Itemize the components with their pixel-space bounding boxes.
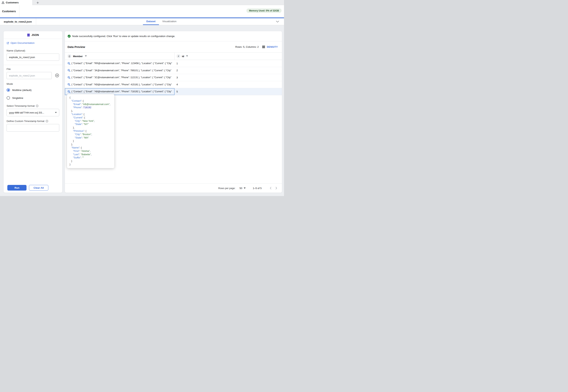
view-tabs: Dataset Visualization bbox=[143, 18, 180, 25]
status-message: Node successfully configured. Click 'Run… bbox=[72, 35, 175, 38]
json-line: "City": "Boston", bbox=[70, 133, 112, 136]
node-config-body: Open Documentation Name (Optional) File … bbox=[4, 39, 62, 193]
file-input[interactable] bbox=[7, 72, 52, 79]
rows-per-page-select[interactable]: 50 bbox=[240, 187, 246, 190]
number-type-icon: # bbox=[176, 54, 181, 58]
previous-page-button[interactable] bbox=[269, 186, 272, 190]
json-line: }, bbox=[70, 126, 112, 129]
json-line: } bbox=[70, 163, 112, 166]
zoom-in-icon[interactable] bbox=[68, 83, 70, 86]
tab-visualization[interactable]: Visualization bbox=[159, 18, 180, 25]
timestamp-field-label: Select Timestamp format bbox=[7, 104, 35, 107]
json-line: } bbox=[70, 139, 112, 143]
table-row[interactable]: { "Contact": { "Email": "RR@notarealemai… bbox=[65, 60, 282, 67]
results-panel: Node successfully configured. Click 'Run… bbox=[65, 31, 282, 193]
tab-dataset[interactable]: Dataset bbox=[143, 18, 159, 25]
custom-timestamp-field-label: Define Custom Timestamp format bbox=[7, 120, 44, 123]
preview-toolbar: Rows: 5, Columns: 2 DENSITY bbox=[235, 45, 278, 48]
member-json-preview: { "Contact": { "Email": "AB@notarealemai… bbox=[72, 90, 172, 93]
name-field-label: Name (Optional) bbox=[7, 49, 59, 52]
json-line: "Email": "AB@notarealemail.com", bbox=[70, 103, 112, 106]
rows-columns-summary: Rows: 5, Columns: 2 bbox=[235, 45, 259, 48]
workflow-icon bbox=[2, 1, 4, 4]
file-field-label: File bbox=[7, 68, 59, 70]
plus-icon bbox=[36, 1, 39, 4]
success-check-icon bbox=[68, 35, 71, 38]
node-type-header: JSON bbox=[4, 31, 62, 39]
status-row: Node successfully configured. Click 'Run… bbox=[65, 31, 282, 41]
radio-multiline-label: Multiline (default) bbox=[12, 89, 32, 92]
node-type-label: JSON bbox=[31, 33, 39, 36]
filter-icon[interactable] bbox=[85, 55, 87, 57]
radio-singleline[interactable]: Singleline bbox=[7, 96, 59, 100]
zoom-in-icon[interactable] bbox=[68, 62, 70, 65]
json-line: "Suffix": "" bbox=[70, 156, 112, 159]
radio-multiline[interactable]: Multiline (default) bbox=[7, 88, 59, 92]
node-file-name: explode_to_rows2.json bbox=[0, 18, 36, 25]
member-cell[interactable]: { "Contact": { "Email": "KB@notarealemai… bbox=[65, 81, 175, 88]
json-line: "Previous": { bbox=[70, 129, 112, 133]
open-documentation-label: Open Documentation bbox=[11, 42, 35, 44]
clear-all-button[interactable]: Clear All bbox=[29, 185, 48, 191]
radio-unselected-icon bbox=[7, 96, 10, 100]
action-buttons-row: Run Clear All bbox=[7, 185, 59, 191]
json-line: "State": "NY" bbox=[70, 123, 112, 126]
json-line: "Current": { bbox=[70, 116, 112, 119]
collapse-panel-button[interactable] bbox=[276, 21, 279, 23]
density-toggle-button[interactable]: DENSITY bbox=[262, 46, 278, 48]
workflow-tab-label: Customers bbox=[6, 1, 19, 4]
id-cell: 3 bbox=[175, 74, 282, 81]
name-input[interactable] bbox=[7, 54, 59, 61]
custom-timestamp-input[interactable] bbox=[7, 124, 59, 132]
add-tab-button[interactable] bbox=[36, 1, 39, 4]
json-line: "City": "New York", bbox=[70, 119, 112, 123]
member-cell[interactable]: { "Contact": { "Email": "JK@notarealemai… bbox=[65, 67, 175, 74]
id-cell: 1 bbox=[175, 60, 282, 67]
node-header-bar: explode_to_rows2.json Dataset Visualizat… bbox=[0, 18, 284, 25]
pagination-bar: Rows per page: 50 1–5 of 5 bbox=[65, 183, 282, 193]
clear-file-button[interactable] bbox=[55, 73, 59, 78]
timestamp-format-value: yyyy-MM-dd'T'HH:mm:ss[.SS... bbox=[9, 111, 44, 114]
external-link-icon bbox=[7, 42, 9, 44]
zoom-in-icon[interactable] bbox=[68, 90, 70, 93]
member-cell[interactable]: { "Contact": { "Email": "JC@notarealemai… bbox=[65, 74, 175, 81]
table-row[interactable]: { "Contact": { "Email": "JK@notarealemai… bbox=[65, 67, 282, 74]
chevron-down-icon bbox=[276, 21, 279, 23]
id-cell: 4 bbox=[175, 81, 282, 88]
info-icon[interactable] bbox=[36, 105, 38, 107]
zoom-in-icon[interactable] bbox=[68, 76, 70, 79]
member-json-preview: { "Contact": { "Email": "JC@notarealemai… bbox=[72, 76, 171, 79]
json-line: }, bbox=[70, 109, 112, 112]
member-cell[interactable]: { "Contact": { "Email": "RR@notarealemai… bbox=[65, 60, 175, 67]
info-icon[interactable] bbox=[46, 120, 48, 122]
json-line: "State": "MA" bbox=[70, 136, 112, 140]
workflow-tab-customers[interactable]: Customers bbox=[0, 0, 32, 5]
json-line: }, bbox=[70, 143, 112, 146]
radio-selected-icon bbox=[7, 88, 10, 92]
next-page-button[interactable] bbox=[275, 186, 278, 190]
page-title: Customers bbox=[0, 5, 19, 17]
json-record-popup: {"Contact": {"Email": "AB@notarealemail.… bbox=[67, 94, 114, 168]
column-header-member[interactable]: {} Member bbox=[65, 53, 175, 60]
table-body: { "Contact": { "Email": "RR@notarealemai… bbox=[65, 60, 282, 183]
column-header-id[interactable]: # id bbox=[175, 53, 282, 60]
column-label-member: Member bbox=[73, 55, 83, 58]
table-row[interactable]: { "Contact": { "Email": "JC@notarealemai… bbox=[65, 74, 282, 81]
radio-singleline-label: Singleline bbox=[12, 97, 23, 99]
custom-timestamp-label-row: Define Custom Timestamp format bbox=[7, 120, 59, 123]
table-row[interactable]: { "Contact": { "Email": "KB@notarealemai… bbox=[65, 81, 282, 88]
app-header: Customers Memory Used: 0% of 32GB bbox=[0, 5, 284, 17]
column-label-id: id bbox=[182, 55, 184, 58]
json-line: "Last": "Babette", bbox=[70, 153, 112, 156]
timestamp-format-select[interactable]: yyyy-MM-dd'T'HH:mm:ss[.SS... bbox=[7, 109, 59, 116]
open-documentation-link[interactable]: Open Documentation bbox=[7, 42, 59, 44]
filter-icon[interactable] bbox=[186, 55, 188, 57]
rows-per-page-label: Rows per page: bbox=[218, 187, 235, 190]
json-popup-content: {"Contact": {"Email": "AB@notarealemail.… bbox=[70, 96, 112, 166]
chevron-down-icon bbox=[55, 112, 57, 113]
chevron-down-icon bbox=[244, 188, 246, 189]
workflow-tab-bar: Customers bbox=[0, 0, 284, 5]
zoom-in-icon[interactable] bbox=[68, 69, 70, 72]
density-icon bbox=[262, 46, 265, 48]
run-button[interactable]: Run bbox=[7, 185, 27, 191]
